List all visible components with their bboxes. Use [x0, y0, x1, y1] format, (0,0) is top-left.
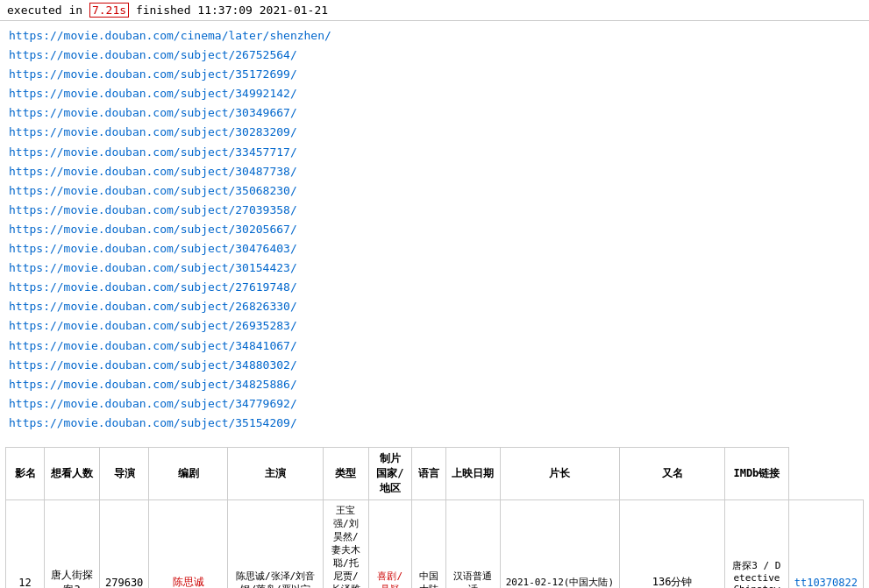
link-item[interactable]: https://movie.douban.com/subject/3345771… — [9, 143, 860, 162]
link-item[interactable]: https://movie.douban.com/cinema/later/sh… — [9, 26, 860, 46]
link-item[interactable]: https://movie.douban.com/subject/3477969… — [9, 394, 860, 414]
table-section: 影名想看人数导演编剧主演类型制片国家/地区语言上映日期片长又名IMDb链接 12… — [0, 447, 869, 588]
table-cell: 喜剧/悬疑 — [368, 499, 411, 588]
link-item[interactable]: https://movie.douban.com/subject/2693528… — [9, 316, 860, 336]
link-item[interactable]: https://movie.douban.com/subject/3034966… — [9, 103, 860, 123]
link-item[interactable]: https://movie.douban.com/subject/3506823… — [9, 181, 860, 201]
links-section: https://movie.douban.com/cinema/later/sh… — [0, 21, 869, 438]
table-header: 片长 — [500, 447, 619, 499]
table-cell: 陈思诚/张泽/刘音钢/莲舟/严以宁 — [228, 499, 324, 588]
link-item[interactable]: https://movie.douban.com/subject/3028320… — [9, 123, 860, 142]
table-cell: 王宝强/刘昊然/妻夫木聪/托尼贾/长泽雅美/染谷将太/铃木保奈美... — [323, 499, 368, 588]
link-item[interactable]: https://movie.douban.com/subject/3488030… — [9, 356, 860, 375]
link-item[interactable]: https://movie.douban.com/subject/2761974… — [9, 278, 860, 297]
execution-time: 7.21s — [89, 3, 129, 18]
execution-header: executed in 7.21s finished 11:37:09 2021… — [0, 0, 869, 21]
table-cell: 12 — [6, 499, 45, 588]
link-item[interactable]: https://movie.douban.com/subject/2703935… — [9, 201, 860, 220]
table-header: 导演 — [99, 447, 148, 499]
table-header: 主演 — [228, 447, 324, 499]
link-item[interactable]: https://movie.douban.com/subject/3499214… — [9, 84, 860, 103]
table-cell: 2021-02-12(中国大陆) — [500, 499, 619, 588]
table-cell: 唐人街探案3 — [45, 499, 100, 588]
table-cell: 汉语普通话 — [445, 499, 500, 588]
table-header: 影名 — [6, 447, 45, 499]
link-item[interactable]: https://movie.douban.com/subject/3048773… — [9, 162, 860, 181]
link-item[interactable]: https://movie.douban.com/subject/2675256… — [9, 46, 860, 65]
link-item[interactable]: https://movie.douban.com/subject/3482588… — [9, 375, 860, 394]
table-header: 上映日期 — [445, 447, 500, 499]
table-header: 编剧 — [149, 447, 228, 499]
table-cell: tt10370822 — [788, 499, 863, 588]
table-header: IMDb链接 — [725, 447, 789, 499]
link-item[interactable]: https://movie.douban.com/subject/3515420… — [9, 414, 860, 433]
table-header: 语言 — [411, 447, 445, 499]
link-item[interactable]: https://movie.douban.com/subject/3517269… — [9, 65, 860, 84]
table-cell: 唐探3 / Detective Chinatown 3 — [725, 499, 789, 588]
table-cell: 陈思诚 — [149, 499, 228, 588]
table-cell: 136分钟 — [620, 499, 725, 588]
table-row: 12唐人街探案3279630陈思诚陈思诚/张泽/刘音钢/莲舟/严以宁王宝强/刘昊… — [6, 499, 864, 588]
movie-table: 影名想看人数导演编剧主演类型制片国家/地区语言上映日期片长又名IMDb链接 12… — [5, 447, 864, 588]
link-item[interactable]: https://movie.douban.com/subject/3020566… — [9, 220, 860, 239]
table-cell: 中国大陆 — [411, 499, 445, 588]
table-header: 又名 — [620, 447, 725, 499]
executed-label: executed in — [7, 4, 82, 17]
table-header: 类型 — [323, 447, 368, 499]
table-header: 制片国家/地区 — [368, 447, 411, 499]
link-item[interactable]: https://movie.douban.com/subject/3047640… — [9, 239, 860, 259]
link-item[interactable]: https://movie.douban.com/subject/2682633… — [9, 297, 860, 316]
finished-label: finished 11:37:09 2021-01-21 — [136, 4, 328, 17]
link-item[interactable]: https://movie.douban.com/subject/3484106… — [9, 337, 860, 356]
link-item[interactable]: https://movie.douban.com/subject/3015442… — [9, 259, 860, 278]
table-cell: 279630 — [99, 499, 148, 588]
table-header: 想看人数 — [45, 447, 100, 499]
